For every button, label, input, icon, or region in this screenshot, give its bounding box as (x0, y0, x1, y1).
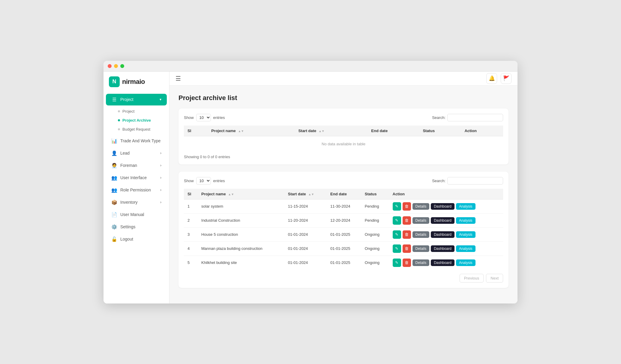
analysis-button[interactable]: Analysis (456, 259, 476, 266)
lead-icon: 👤 (111, 150, 117, 156)
sidebar-item-inventory[interactable]: 📦 Inventory › (106, 197, 167, 208)
sidebar-item-project-sub-label: Project (122, 109, 134, 114)
cell-status: Ongoing (361, 241, 389, 256)
edit-button[interactable]: ✎ (393, 216, 401, 225)
flag-icon: 🚩 (503, 75, 509, 81)
edit-button[interactable]: ✎ (393, 259, 401, 267)
sidebar-nav: ☰ Project ▾ Project Project Archive (104, 93, 169, 299)
edit-button[interactable]: ✎ (393, 202, 401, 211)
sidebar-item-settings[interactable]: ⚙️ Settings (106, 221, 167, 233)
top-table-controls: Show 10 25 50 entries Search: (184, 114, 503, 121)
cell-action: ✎ 🗑 Details Dashboard Analysis (389, 256, 503, 270)
col-end-date: End date (327, 189, 361, 200)
cell-sl: 5 (184, 256, 198, 270)
sidebar-item-foreman[interactable]: 🧑‍💼 Foreman › (106, 160, 167, 171)
edit-button[interactable]: ✎ (393, 244, 401, 253)
minimize-dot[interactable] (114, 64, 118, 68)
cell-project-name: Khilkhet building site (198, 256, 284, 270)
cell-project-name: solar system (198, 199, 284, 213)
logo-text: nirmaio (122, 78, 145, 86)
cell-start-date: 01-01-2024 (284, 241, 327, 256)
sidebar-item-project[interactable]: ☰ Project ▾ (106, 94, 167, 105)
bottom-table-controls: Show 10 25 50 entries Search: (184, 177, 503, 185)
col-start-date[interactable]: Start date ▲▼ (284, 189, 327, 200)
sidebar-item-lead[interactable]: 👤 Lead › (106, 147, 167, 159)
dashboard-button[interactable]: Dashboard (431, 245, 454, 252)
next-button[interactable]: Next (486, 274, 503, 283)
sidebar-item-budget-request[interactable]: Budget Request (114, 125, 169, 134)
sidebar-item-role-permission[interactable]: 👥 Role Permission › (106, 184, 167, 196)
logo-icon: N (109, 76, 120, 87)
details-button[interactable]: Details (412, 203, 430, 210)
edit-button[interactable]: ✎ (393, 230, 401, 239)
details-button[interactable]: Details (412, 245, 430, 252)
analysis-button[interactable]: Analysis (456, 203, 476, 210)
dashboard-button[interactable]: Dashboard (431, 231, 454, 238)
hamburger-icon[interactable]: ☰ (176, 75, 181, 82)
cell-sl: 3 (184, 227, 198, 241)
top-col-status: Status (419, 126, 461, 136)
delete-button[interactable]: 🗑 (403, 216, 411, 225)
project-sub-menu: Project Project Archive Budget Request (104, 106, 169, 135)
top-search-input[interactable] (447, 114, 503, 121)
top-col-end-date: End date (368, 126, 419, 136)
cell-status: Pending (361, 199, 389, 213)
chevron-right-icon: › (160, 151, 161, 155)
close-dot[interactable] (108, 64, 112, 68)
cell-project-name: House 5 construction (198, 227, 284, 241)
col-project-name[interactable]: Project name ▲▼ (198, 189, 284, 200)
cell-end-date: 01-01-2025 (327, 241, 361, 256)
dashboard-button[interactable]: Dashboard (431, 217, 454, 224)
sidebar-item-project-sub[interactable]: Project (114, 107, 169, 116)
sidebar-item-logout[interactable]: 🔓 Logout (106, 233, 167, 245)
col-sl: Sl (184, 189, 198, 200)
previous-button[interactable]: Previous (460, 274, 484, 283)
details-button[interactable]: Details (412, 231, 430, 238)
top-col-project-name[interactable]: Project name ▲▼ (208, 126, 295, 136)
bottom-show-label: Show (184, 179, 194, 183)
chevron-down-icon: ▾ (160, 97, 161, 102)
cell-action: ✎ 🗑 Details Dashboard Analysis (389, 241, 503, 256)
sidebar-item-user-manual-label: User Manual (120, 212, 144, 217)
logo-area: N nirmaio (104, 76, 169, 93)
analysis-button[interactable]: Analysis (456, 231, 476, 238)
cell-project-name: Industrial Construction (198, 213, 284, 227)
chevron-right-icon-2: › (160, 163, 161, 167)
dashboard-button[interactable]: Dashboard (431, 259, 454, 266)
sidebar-item-user-interface[interactable]: 👥 User Interface › (106, 172, 167, 184)
top-search-label: Search: (432, 115, 446, 120)
details-button[interactable]: Details (412, 259, 430, 266)
top-table-no-data: No data available in table (184, 136, 503, 152)
delete-button[interactable]: 🗑 (403, 230, 411, 239)
delete-button[interactable]: 🗑 (403, 259, 411, 267)
sidebar-item-trade-work-type[interactable]: 📊 Trade And Work Type (106, 135, 167, 147)
details-button[interactable]: Details (412, 217, 430, 224)
cell-sl: 2 (184, 213, 198, 227)
dot-indicator (118, 110, 120, 112)
inventory-icon: 📦 (111, 200, 117, 205)
maximize-dot[interactable] (120, 64, 124, 68)
table-row: 1 solar system 11-15-2024 11-30-2024 Pen… (184, 199, 503, 213)
bottom-search-area: Search: (432, 177, 503, 185)
logout-icon: 🔓 (111, 236, 117, 242)
top-col-sl: Sl (184, 126, 208, 136)
table-row: 2 Industrial Construction 11-20-2024 12-… (184, 213, 503, 227)
analysis-button[interactable]: Analysis (456, 217, 476, 224)
dashboard-button[interactable]: Dashboard (431, 203, 454, 210)
sidebar-item-user-manual[interactable]: 📄 User Manual (106, 209, 167, 220)
bottom-search-input[interactable] (447, 177, 503, 185)
top-col-start-date[interactable]: Start date ▲▼ (295, 126, 368, 136)
page-title: Project archive list (178, 94, 508, 102)
page-body: Project archive list Show 10 25 50 entri… (170, 86, 518, 303)
bottom-show-select[interactable]: 10 25 50 (196, 177, 211, 185)
cell-action: ✎ 🗑 Details Dashboard Analysis (389, 199, 503, 213)
delete-button[interactable]: 🗑 (403, 202, 411, 211)
notification-button[interactable]: 🔔 (486, 73, 497, 84)
sidebar-item-project-archive[interactable]: Project Archive (114, 116, 169, 125)
top-show-select[interactable]: 10 25 50 (196, 114, 211, 121)
analysis-button[interactable]: Analysis (456, 245, 476, 252)
sidebar-item-budget-request-label: Budget Request (122, 127, 150, 132)
delete-button[interactable]: 🗑 (403, 244, 411, 253)
table-row: 4 Mannan plaza building construction 01-… (184, 241, 503, 256)
flag-button[interactable]: 🚩 (501, 73, 512, 84)
